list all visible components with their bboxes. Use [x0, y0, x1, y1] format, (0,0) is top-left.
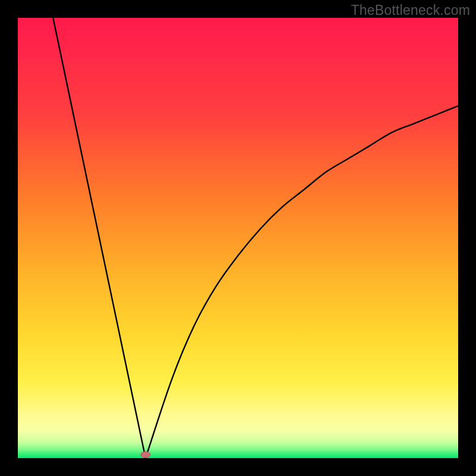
- chart-svg: [18, 18, 458, 458]
- minimum-marker: [141, 452, 151, 458]
- gradient-background: [18, 18, 458, 458]
- chart-frame: TheBottleneck.com: [0, 0, 476, 476]
- watermark-text: TheBottleneck.com: [351, 2, 470, 18]
- plot-area: [18, 18, 458, 458]
